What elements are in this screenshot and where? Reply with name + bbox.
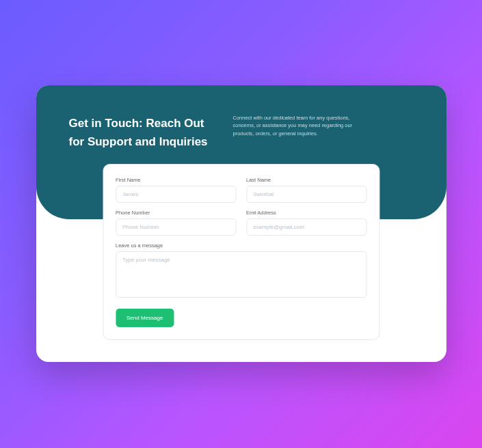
first-name-label: First Name xyxy=(116,177,236,183)
last-name-label: Last Name xyxy=(246,177,366,183)
first-name-input[interactable] xyxy=(116,186,236,203)
hero-heading: Get in Touch: Reach Out for Support and … xyxy=(69,114,213,151)
contact-form: First Name Last Name Phone Number Emil A… xyxy=(103,164,379,340)
email-input[interactable] xyxy=(246,219,366,236)
send-message-button[interactable]: Send Message xyxy=(116,309,174,327)
message-input[interactable] xyxy=(116,251,366,298)
phone-input[interactable] xyxy=(116,219,236,236)
hero-description: Connect with our dedicated team for any … xyxy=(233,114,370,137)
last-name-input[interactable] xyxy=(246,186,366,203)
phone-label: Phone Number xyxy=(116,210,236,216)
message-label: Leave us a message xyxy=(116,242,366,249)
email-label: Emil Address xyxy=(246,210,366,216)
contact-card: Get in Touch: Reach Out for Support and … xyxy=(36,85,446,362)
